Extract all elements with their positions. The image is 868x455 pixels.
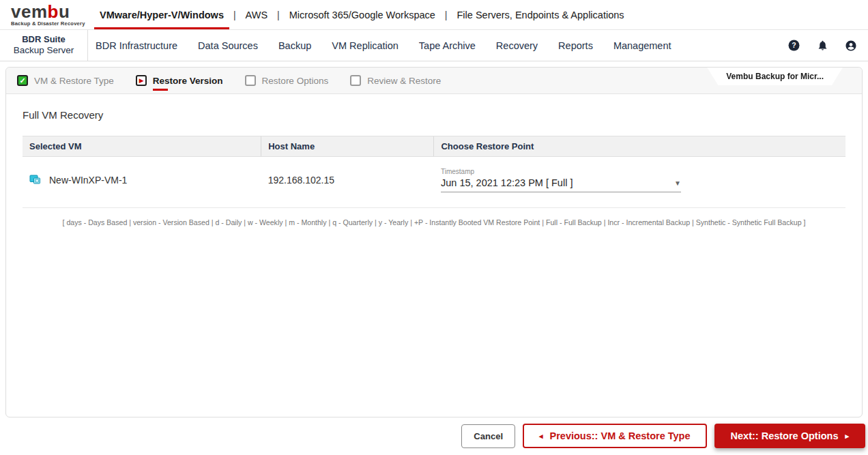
recovery-wizard-panel: ✓ VM & Restore Type ▶ Restore Version Re… — [5, 67, 863, 417]
product-badge: BDR Suite Backup Server — [0, 30, 88, 61]
step-vm-restore-type[interactable]: ✓ VM & Restore Type — [17, 75, 114, 86]
step-pending-checkbox-icon — [245, 75, 256, 86]
host-name: 192.168.102.15 — [261, 157, 434, 208]
step-restore-version[interactable]: ▶ Restore Version — [136, 75, 223, 86]
arrow-left-icon: ◂ — [539, 432, 543, 440]
product-line2: Backup Server — [14, 45, 74, 57]
cancel-button[interactable]: Cancel — [461, 424, 515, 448]
vembu-logo-tagline: Backup & Disaster Recovery — [11, 21, 89, 27]
step-label: Review & Restore — [367, 76, 441, 86]
main-menu-bar: BDR Suite Backup Server BDR Infrastructu… — [0, 30, 868, 61]
main-menu: BDR Infrastructure Data Sources Backup V… — [96, 40, 671, 51]
menu-reports[interactable]: Reports — [558, 40, 593, 51]
nav-separator: | — [445, 10, 448, 20]
step-pending-checkbox-icon — [350, 75, 361, 86]
arrow-right-icon: ▸ — [845, 432, 849, 440]
svg-text:?: ? — [792, 41, 796, 49]
wizard-footer: Cancel ◂ Previous:: VM & Restore Type Ne… — [461, 424, 865, 448]
vm-name: New-WInXP-VM-1 — [49, 175, 127, 186]
table-row: New-WInXP-VM-1 192.168.102.15 Timestamp … — [23, 157, 845, 208]
timestamp-dropdown-label: Timestamp — [441, 168, 681, 175]
step-restore-options[interactable]: Restore Options — [245, 75, 329, 86]
instance-tab[interactable]: Vembu Backup for Micr... — [707, 68, 843, 85]
menu-bdr-infrastructure[interactable]: BDR Infrastructure — [96, 40, 177, 51]
wizard-steps-bar: ✓ VM & Restore Type ▶ Restore Version Re… — [6, 68, 862, 94]
edition-tab-fileservers[interactable]: File Servers, Endpoints & Applications — [457, 0, 624, 29]
next-button[interactable]: Next:: Restore Options ▸ — [714, 424, 865, 448]
product-line1: BDR Suite — [22, 34, 66, 45]
nav-separator: | — [233, 10, 236, 20]
edition-tab-m365[interactable]: Microsoft 365/Google Workspace — [289, 0, 435, 29]
vm-name-cell: New-WInXP-VM-1 — [29, 175, 255, 186]
next-button-label: Next:: Restore Options — [731, 430, 839, 441]
selected-vm-table: Selected VM Host Name Choose Restore Poi… — [23, 136, 845, 208]
menu-backup[interactable]: Backup — [278, 40, 311, 51]
edition-tab-vmware[interactable]: VMware/Hyper-V/Windows — [100, 0, 224, 29]
menu-recovery[interactable]: Recovery — [496, 40, 538, 51]
vembu-logo[interactable]: vembu Backup & Disaster Recovery — [0, 3, 89, 27]
restore-point-legend: [ days - Days Based | version - Version … — [23, 218, 845, 226]
previous-button-label: Previous:: VM & Restore Type — [550, 430, 691, 441]
column-host-name: Host Name — [261, 136, 434, 157]
table-header-row: Selected VM Host Name Choose Restore Poi… — [23, 136, 845, 157]
menu-vm-replication[interactable]: VM Replication — [332, 40, 399, 51]
column-choose-restore-point: Choose Restore Point — [434, 136, 845, 157]
step-current-play-icon: ▶ — [136, 75, 147, 86]
menu-tape-archive[interactable]: Tape Archive — [419, 40, 476, 51]
edition-nav: VMware/Hyper-V/Windows | AWS | Microsoft… — [100, 0, 624, 29]
account-icon[interactable] — [845, 40, 857, 52]
timestamp-dropdown[interactable]: Timestamp Jun 15, 2021 12:23 PM [ Full ]… — [441, 168, 681, 192]
chevron-down-icon: ▼ — [674, 179, 681, 187]
edition-tab-aws[interactable]: AWS — [246, 0, 268, 29]
header-icons: ? — [787, 40, 868, 52]
timestamp-dropdown-value: Jun 15, 2021 12:23 PM [ Full ] — [441, 177, 573, 188]
notifications-icon[interactable] — [816, 40, 828, 52]
menu-management[interactable]: Management — [613, 40, 671, 51]
top-header: vembu Backup & Disaster Recovery VMware/… — [0, 0, 868, 30]
nav-separator: | — [277, 10, 280, 20]
menu-data-sources[interactable]: Data Sources — [198, 40, 258, 51]
step-label: VM & Restore Type — [34, 76, 114, 86]
step-label: Restore Options — [262, 76, 329, 86]
step-label: Restore Version — [153, 76, 223, 86]
vembu-logo-text: vembu — [11, 3, 89, 20]
step-review-restore[interactable]: Review & Restore — [350, 75, 441, 86]
column-selected-vm: Selected VM — [23, 136, 261, 157]
step-completed-checkbox-icon: ✓ — [17, 75, 28, 86]
previous-button[interactable]: ◂ Previous:: VM & Restore Type — [523, 424, 707, 448]
page-title: Full VM Recovery — [23, 109, 845, 121]
vm-icon — [29, 175, 43, 186]
help-icon[interactable]: ? — [787, 40, 800, 52]
wizard-content: Full VM Recovery Selected VM Host Name C… — [6, 94, 862, 226]
